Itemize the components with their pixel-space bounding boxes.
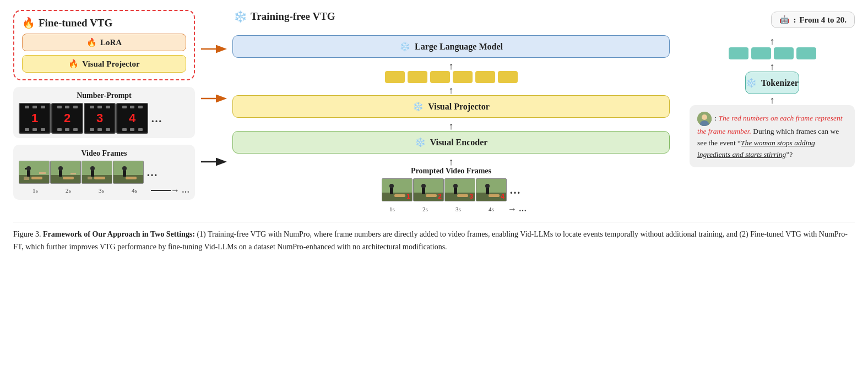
frame-number-2: 2 — [64, 111, 70, 125]
teal-token-3 — [774, 47, 794, 59]
orange-arrow-svg-2 — [201, 93, 227, 104]
orange-arrow-svg-1 — [201, 43, 227, 54]
snowflake-vp: ❄️ — [413, 101, 424, 112]
prompted-frame-4: 4 — [476, 178, 507, 201]
dots-timeline-prompted: … — [519, 205, 527, 214]
notch — [25, 106, 29, 108]
film-inner-3: 3 — [86, 109, 113, 128]
film-inner-4: 4 — [118, 109, 146, 128]
frame-number-1: 1 — [31, 111, 38, 125]
svg-point-4 — [26, 166, 31, 171]
notch — [73, 128, 78, 131]
time-2s: 2s — [52, 187, 85, 194]
notch — [106, 128, 110, 131]
fine-tuned-box: 🔥 Fine-tuned VTG 🔥 LoRA 🔥 Visual Project… — [13, 10, 195, 80]
arrow-up-right-2: ↑ — [770, 62, 775, 72]
svg-rect-13 — [70, 173, 76, 174]
svg-point-11 — [58, 166, 63, 171]
llm-label: Large Language Model — [415, 42, 503, 52]
p-time-3s: 3s — [442, 206, 475, 212]
notch — [106, 106, 110, 108]
notch — [65, 128, 69, 131]
fire-emoji-title: 🔥 — [22, 17, 35, 29]
arrow-up-right-3: ↑ — [770, 95, 775, 105]
svg-rect-7 — [24, 177, 29, 180]
number-prompt-box: Number-Prompt 1 — [13, 87, 195, 138]
notch — [41, 106, 45, 108]
time-4s: 4s — [118, 187, 151, 194]
video-frame-1 — [19, 161, 50, 184]
figure-caption: Figure 3. Framework of Our Approach in T… — [13, 222, 855, 253]
notch — [122, 128, 127, 131]
svg-rect-5 — [31, 177, 42, 179]
svg-point-46 — [485, 184, 490, 188]
timeline-prompted: 1s 2s 3s 4s → … — [376, 204, 527, 214]
notch — [32, 128, 37, 131]
visual-proj-box-left: 🔥 Visual Projector — [22, 55, 186, 73]
arrow-finetuned-llm — [201, 35, 227, 63]
time-1s: 1s — [19, 187, 52, 194]
snowflake-emoji-title: ❄️ — [234, 10, 247, 23]
film-cell-3: 3 — [84, 103, 116, 134]
cooking-scene-1 — [19, 161, 50, 184]
svg-rect-18 — [94, 177, 105, 179]
token-yellow-5 — [475, 71, 495, 83]
time-3s: 3s — [85, 187, 118, 194]
training-free-title: ❄️ Training-free VTG — [234, 10, 335, 23]
film-inner-1: 1 — [21, 109, 48, 128]
prompted-video-strip: 1 2 — [382, 178, 520, 201]
svg-rect-37 — [426, 194, 437, 197]
notch — [97, 128, 102, 131]
diagram-area: 🔥 Fine-tuned VTG 🔥 LoRA 🔥 Visual Project… — [13, 10, 855, 214]
tokenizer-label: Tokenizer — [761, 78, 799, 88]
cooking-scene-3 — [82, 161, 112, 184]
fine-tuned-title: 🔥 Fine-tuned VTG — [22, 17, 186, 29]
black-arrow-svg-1 — [201, 156, 227, 167]
arrow-up-right-1: ↑ — [770, 35, 775, 47]
person-avatar-svg — [697, 112, 712, 126]
video-frame-2 — [50, 161, 81, 184]
timeline-line-left — [151, 190, 171, 191]
svg-rect-42 — [457, 194, 468, 197]
svg-rect-10 — [59, 170, 62, 177]
svg-rect-22 — [123, 170, 126, 177]
snowflake-llm: ❄️ — [399, 41, 410, 52]
token-blocks-yellow — [385, 71, 518, 83]
middle-stack: ❄️ Large Language Model ↑ ↑ — [232, 35, 670, 214]
film-notches-bot-4 — [118, 128, 146, 131]
visual-enc-box: ❄️ Visual Encoder — [232, 131, 670, 154]
svg-point-31 — [389, 184, 394, 188]
number-prompt-label: Number-Prompt — [19, 91, 189, 100]
query-person-avatar — [697, 112, 712, 126]
svg-rect-6 — [39, 172, 46, 174]
llm-box: ❄️ Large Language Model — [232, 35, 670, 58]
notch — [57, 128, 62, 131]
center-right-area: ❄️ Training-free VTG 🤖 : From 4 to 20. — [200, 10, 855, 214]
colon-sep: : — [793, 15, 796, 25]
prompted-vf-label: Prompted Video Frames — [411, 167, 491, 176]
film-notches-bot-2 — [53, 128, 81, 131]
film-cell-1: 1 — [19, 103, 51, 134]
teal-token-1 — [729, 47, 748, 59]
notch — [130, 106, 134, 108]
timeline-inner-prompted: 1s 2s 3s 4s → … — [376, 204, 527, 214]
svg-rect-16 — [91, 170, 94, 177]
dots-timeline-left: … — [182, 186, 189, 195]
svg-rect-12 — [63, 177, 74, 179]
visual-proj-mid-label: Visual Projector — [428, 102, 490, 112]
teal-token-4 — [796, 47, 816, 59]
robot-emoji: 🤖 — [779, 15, 790, 25]
film-inner-2: 2 — [53, 109, 81, 128]
arrow-vp-left-mid — [201, 63, 227, 134]
cooking-scene-4 — [113, 161, 144, 184]
caption-bold: Framework of Our Approach in Two Setting… — [43, 230, 195, 238]
film-notches-bot-3 — [86, 128, 113, 131]
dots-video-left: … — [147, 166, 158, 179]
notch — [25, 128, 29, 131]
cooking-scene-2 — [51, 161, 81, 184]
svg-rect-32 — [394, 194, 405, 197]
timeline-arrow-prompted: → — [508, 204, 517, 214]
film-strip-numbers: 1 2 — [19, 103, 189, 134]
prompted-frame-2: 2 — [413, 178, 444, 201]
token-yellow-3 — [430, 71, 450, 83]
